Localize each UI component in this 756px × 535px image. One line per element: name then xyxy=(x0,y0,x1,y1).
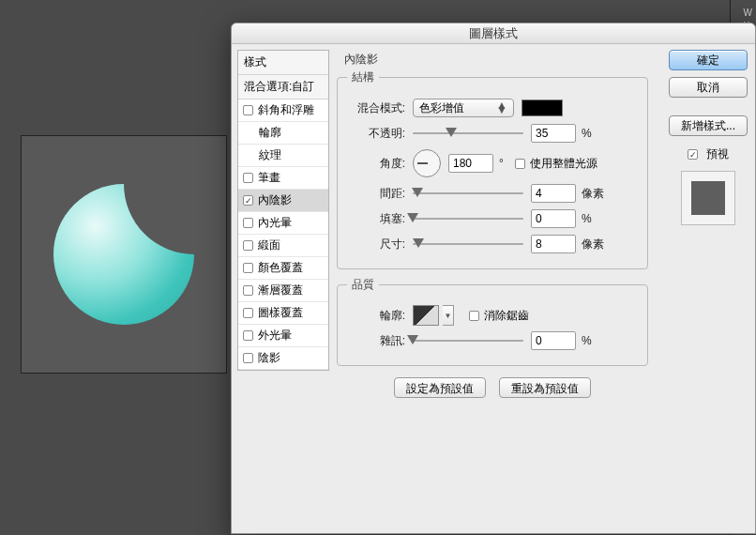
style-item-checkbox[interactable] xyxy=(243,285,253,296)
panel-label-w: W xyxy=(744,8,752,18)
blending-options-header[interactable]: 混合選項:自訂 xyxy=(238,75,328,99)
layer-shape xyxy=(53,184,194,325)
section-title: 內陰影 xyxy=(344,52,648,68)
style-item-checkbox[interactable] xyxy=(243,195,253,206)
style-item-6[interactable]: 緞面 xyxy=(238,235,328,257)
size-unit: 像素 xyxy=(582,237,604,252)
distance-label: 間距: xyxy=(347,186,405,202)
style-item-label: 漸層覆蓋 xyxy=(258,283,303,298)
style-item-checkbox[interactable] xyxy=(243,173,253,183)
style-item-1[interactable]: 輪廓 xyxy=(238,122,328,145)
noise-input[interactable] xyxy=(531,331,576,350)
style-item-label: 斜角和浮雕 xyxy=(258,102,314,118)
structure-group: 結構 混合模式: 色彩增值 ▲▼ 不透明: % 角度: xyxy=(337,69,648,269)
distance-unit: 像素 xyxy=(582,186,604,202)
settings-panel: 內陰影 結構 混合模式: 色彩增值 ▲▼ 不透明: % xyxy=(337,50,648,398)
style-item-label: 圖樣覆蓋 xyxy=(258,305,303,321)
canvas-preview xyxy=(22,136,226,373)
make-default-button[interactable]: 設定為預設值 xyxy=(394,377,486,398)
style-item-checkbox[interactable] xyxy=(243,330,253,341)
style-item-label: 紋理 xyxy=(259,147,281,163)
new-style-button[interactable]: 新增樣式... xyxy=(669,115,748,136)
size-input[interactable] xyxy=(531,235,576,253)
style-item-checkbox[interactable] xyxy=(243,353,253,363)
choke-label: 填塞: xyxy=(347,211,405,227)
layer-style-dialog: 圖層樣式 樣式 混合選項:自訂 斜角和浮雕輪廓紋理筆畫內陰影內光暈緞面顏色覆蓋漸… xyxy=(231,23,756,534)
size-slider[interactable] xyxy=(413,237,523,252)
opacity-unit: % xyxy=(582,127,592,140)
opacity-slider[interactable] xyxy=(413,126,523,141)
preview-label: 預視 xyxy=(706,146,729,162)
style-item-checkbox[interactable] xyxy=(243,218,253,228)
dialog-title: 圖層樣式 xyxy=(232,23,755,44)
style-item-3[interactable]: 筆畫 xyxy=(238,167,328,190)
style-item-checkbox[interactable] xyxy=(243,263,253,273)
global-light-label: 使用整體光源 xyxy=(530,156,597,172)
distance-input[interactable] xyxy=(531,184,576,203)
reset-default-button[interactable]: 重設為預設值 xyxy=(499,377,591,398)
opacity-input[interactable] xyxy=(531,124,576,143)
structure-legend: 結構 xyxy=(347,69,379,85)
blend-mode-value: 色彩增值 xyxy=(419,100,464,116)
style-item-5[interactable]: 內光暈 xyxy=(238,212,328,235)
choke-slider[interactable] xyxy=(413,211,523,226)
antialias-checkbox[interactable] xyxy=(469,311,479,321)
angle-degree: ° xyxy=(499,157,504,170)
angle-dial[interactable] xyxy=(413,149,441,177)
noise-label: 雜訊: xyxy=(347,333,405,349)
style-item-4[interactable]: 內陰影 xyxy=(238,190,328,212)
contour-swatch[interactable] xyxy=(413,305,439,326)
style-item-label: 內陰影 xyxy=(258,192,292,208)
style-item-9[interactable]: 圖樣覆蓋 xyxy=(238,302,328,325)
style-item-0[interactable]: 斜角和浮雕 xyxy=(238,99,328,122)
preview-swatch xyxy=(681,171,735,225)
style-item-label: 外光暈 xyxy=(258,328,292,344)
size-label: 尺寸: xyxy=(347,237,405,252)
choke-unit: % xyxy=(582,212,592,225)
preview-checkbox[interactable] xyxy=(688,149,698,160)
global-light-checkbox[interactable] xyxy=(515,159,525,169)
style-item-10[interactable]: 外光暈 xyxy=(238,325,328,347)
blend-mode-label: 混合模式: xyxy=(347,100,405,116)
style-item-label: 內光暈 xyxy=(258,215,292,231)
contour-label: 輪廓: xyxy=(347,308,405,324)
style-item-label: 顏色覆蓋 xyxy=(258,260,303,276)
quality-legend: 品質 xyxy=(347,277,379,293)
noise-slider[interactable] xyxy=(413,333,523,348)
antialias-label: 消除鋸齒 xyxy=(484,308,529,324)
style-item-checkbox[interactable] xyxy=(243,240,253,251)
styles-list: 樣式 混合選項:自訂 斜角和浮雕輪廓紋理筆畫內陰影內光暈緞面顏色覆蓋漸層覆蓋圖樣… xyxy=(237,50,329,371)
select-arrows-icon: ▲▼ xyxy=(496,103,507,113)
style-item-11[interactable]: 陰影 xyxy=(238,347,328,370)
cancel-button[interactable]: 取消 xyxy=(669,77,748,98)
style-item-2[interactable]: 紋理 xyxy=(238,145,328,167)
choke-input[interactable] xyxy=(531,209,576,228)
styles-header[interactable]: 樣式 xyxy=(238,51,328,75)
angle-input[interactable] xyxy=(448,154,493,173)
blend-mode-select[interactable]: 色彩增值 ▲▼ xyxy=(413,99,514,117)
noise-unit: % xyxy=(582,334,592,347)
distance-slider[interactable] xyxy=(413,186,523,201)
shadow-color-swatch[interactable] xyxy=(522,99,563,116)
angle-label: 角度: xyxy=(347,156,405,172)
dialog-right-column: 確定 取消 新增樣式... 預視 xyxy=(667,50,749,225)
style-item-checkbox[interactable] xyxy=(243,105,253,115)
contour-dropdown-icon[interactable]: ▼ xyxy=(443,305,454,326)
style-item-8[interactable]: 漸層覆蓋 xyxy=(238,280,328,302)
style-item-label: 輪廓 xyxy=(259,125,281,141)
style-item-label: 筆畫 xyxy=(258,170,280,186)
style-item-7[interactable]: 顏色覆蓋 xyxy=(238,257,328,280)
style-item-label: 陰影 xyxy=(258,350,280,366)
opacity-label: 不透明: xyxy=(347,126,405,142)
style-item-checkbox[interactable] xyxy=(243,308,253,318)
ok-button[interactable]: 確定 xyxy=(669,50,748,70)
quality-group: 品質 輪廓: ▼ 消除鋸齒 雜訊: % xyxy=(337,277,648,366)
style-item-label: 緞面 xyxy=(258,237,280,253)
